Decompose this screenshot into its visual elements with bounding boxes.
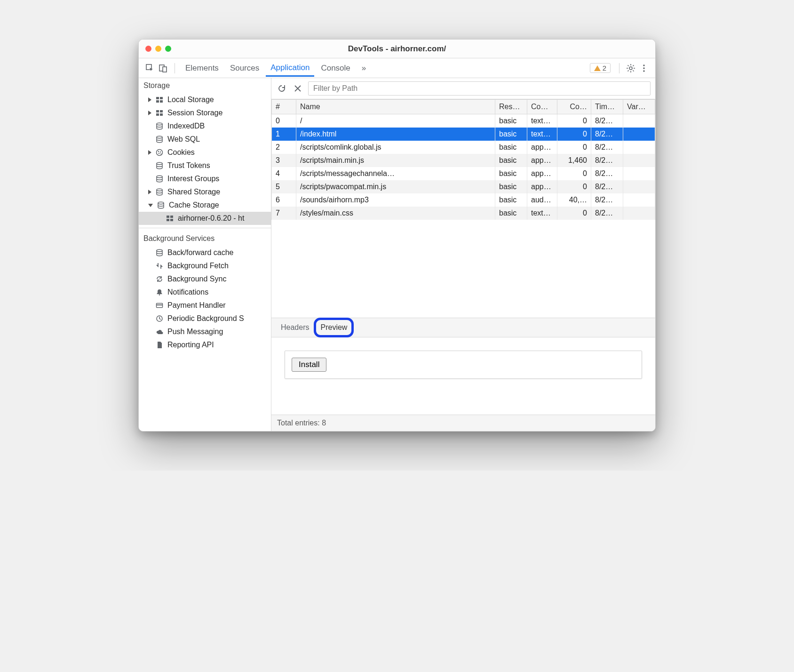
sidebar-item-cache-storage[interactable]: Cache Storage (139, 199, 271, 212)
sidebar-item-periodic-background-s[interactable]: Periodic Background S (139, 312, 271, 325)
tab-sources[interactable]: Sources (225, 60, 264, 77)
svg-point-25 (158, 202, 164, 204)
cell-name: /index.html (296, 128, 495, 141)
sidebar-item-cookies[interactable]: Cookies (139, 146, 271, 159)
spacer (148, 277, 151, 281)
section-bg-services: Background Services (139, 231, 271, 246)
chevron-icon[interactable] (148, 150, 151, 155)
table-row[interactable]: 2/scripts/comlink.global.jsbasicapp…08/2… (272, 141, 655, 154)
sidebar-item-session-storage[interactable]: Session Storage (139, 106, 271, 120)
chevron-icon[interactable] (148, 111, 151, 115)
tab-preview-label: Preview (320, 323, 347, 331)
cell-co2: 0 (557, 141, 591, 154)
tab-console[interactable]: Console (316, 60, 355, 77)
sidebar-item-shared-storage[interactable]: Shared Storage (139, 185, 271, 199)
table-row[interactable]: 3/scripts/main.min.jsbasicapp…1,4608/2… (272, 154, 655, 167)
tab-headers[interactable]: Headers (276, 320, 314, 336)
sidebar-item-push-messaging[interactable]: Push Messaging (139, 325, 271, 338)
minimize-icon[interactable] (155, 46, 161, 52)
cell-tim: 8/2… (591, 167, 623, 180)
col-header[interactable]: Res… (495, 100, 527, 114)
cell-res: basic (495, 154, 527, 167)
clock-icon (155, 314, 164, 323)
chevron-icon[interactable] (148, 204, 153, 207)
svg-point-18 (158, 151, 159, 152)
sidebar-item-local-storage[interactable]: Local Storage (139, 93, 271, 106)
svg-rect-8 (160, 97, 163, 99)
col-header[interactable]: Var… (623, 100, 655, 114)
zoom-icon[interactable] (165, 46, 171, 52)
close-icon[interactable] (145, 46, 151, 52)
sidebar-item-web-sql[interactable]: Web SQL (139, 133, 271, 146)
cell-co2: 0 (557, 180, 591, 193)
sidebar-item-label: Shared Storage (167, 188, 220, 196)
db-icon (155, 248, 164, 257)
sidebar-item-back-forward-cache[interactable]: Back/forward cache (139, 246, 271, 259)
inspect-icon[interactable] (144, 63, 156, 74)
cell-name: /scripts/main.min.js (296, 154, 495, 167)
cell-res: basic (495, 128, 527, 141)
svg-rect-26 (167, 216, 169, 218)
col-header[interactable]: Tim… (591, 100, 623, 114)
svg-point-16 (157, 136, 162, 138)
sidebar-item-reporting-api[interactable]: Reporting API (139, 338, 271, 352)
sidebar-item-interest-groups[interactable]: Interest Groups (139, 172, 271, 185)
spacer (148, 329, 151, 334)
install-button[interactable]: Install (292, 358, 326, 372)
cell-co1: text… (527, 207, 557, 220)
col-header[interactable]: Co… (557, 100, 591, 114)
table-row[interactable]: 6/sounds/airhorn.mp3basicaud…40,…8/2… (272, 193, 655, 207)
titlebar: DevTools - airhorner.com/ (139, 40, 655, 58)
sidebar-item-trust-tokens[interactable]: Trust Tokens (139, 159, 271, 172)
svg-point-19 (160, 152, 161, 152)
spacer (148, 163, 151, 168)
spacer (148, 343, 151, 347)
table-row[interactable]: 4/scripts/messagechannela…basicapp…08/2… (272, 167, 655, 180)
chevron-icon[interactable] (148, 190, 151, 194)
spacer (148, 250, 151, 255)
chevron-icon[interactable] (148, 97, 151, 102)
tab-preview[interactable]: Preview (316, 320, 352, 336)
svg-point-20 (159, 153, 159, 154)
kebab-icon[interactable] (638, 63, 650, 74)
cell-co2: 0 (557, 114, 591, 128)
warnings-badge[interactable]: 2 (590, 63, 611, 73)
cell-tim: 8/2… (591, 141, 623, 154)
devtools-window: DevTools - airhorner.com/ Elements Sourc… (138, 39, 656, 432)
device-icon[interactable] (158, 63, 169, 74)
sidebar-item-background-sync[interactable]: Background Sync (139, 272, 271, 286)
tab-overflow[interactable]: » (357, 60, 371, 77)
svg-point-22 (157, 162, 162, 164)
table-row[interactable]: 0/basictext…08/2… (272, 114, 655, 128)
tab-elements[interactable]: Elements (181, 60, 223, 77)
sidebar-item-airhorner-0-6-20-ht[interactable]: airhorner-0.6.20 - ht (139, 212, 271, 225)
clear-icon[interactable] (292, 83, 303, 94)
col-header[interactable]: Co… (527, 100, 557, 114)
col-header[interactable]: # (272, 100, 296, 114)
tab-application[interactable]: Application (266, 59, 314, 77)
sidebar-item-notifications[interactable]: Notifications (139, 286, 271, 299)
filter-input[interactable] (308, 81, 651, 96)
sidebar-item-label: Back/forward cache (167, 248, 234, 257)
col-header[interactable]: Name (296, 100, 495, 114)
table-row[interactable]: 5/scripts/pwacompat.min.jsbasicapp…08/2… (272, 180, 655, 193)
sidebar-item-background-fetch[interactable]: Background Fetch (139, 259, 271, 272)
spacer (159, 216, 162, 221)
sidebar-item-label: Web SQL (167, 135, 200, 144)
table-row[interactable]: 7/styles/main.cssbasictext…08/2… (272, 207, 655, 220)
sidebar-item-label: Interest Groups (167, 175, 219, 183)
sidebar: Storage Local StorageSession StorageInde… (139, 78, 271, 431)
sidebar-item-label: Payment Handler (167, 301, 226, 310)
gear-icon[interactable] (625, 63, 636, 74)
sidebar-item-label: Notifications (167, 288, 208, 296)
cache-table: #NameRes…Co…Co…Tim…Var… 0/basictext…08/2… (271, 99, 655, 318)
cell-name: /sounds/airhorn.mp3 (296, 193, 495, 207)
sidebar-item-payment-handler[interactable]: Payment Handler (139, 299, 271, 312)
refresh-icon[interactable] (276, 83, 287, 94)
sidebar-item-label: Reporting API (167, 341, 214, 349)
cell-var (623, 154, 655, 167)
sidebar-item-indexeddb[interactable]: IndexedDB (139, 120, 271, 133)
table-row[interactable]: 1/index.htmlbasictext…08/2… (272, 128, 655, 141)
spacer (148, 124, 151, 128)
separator (619, 63, 619, 73)
